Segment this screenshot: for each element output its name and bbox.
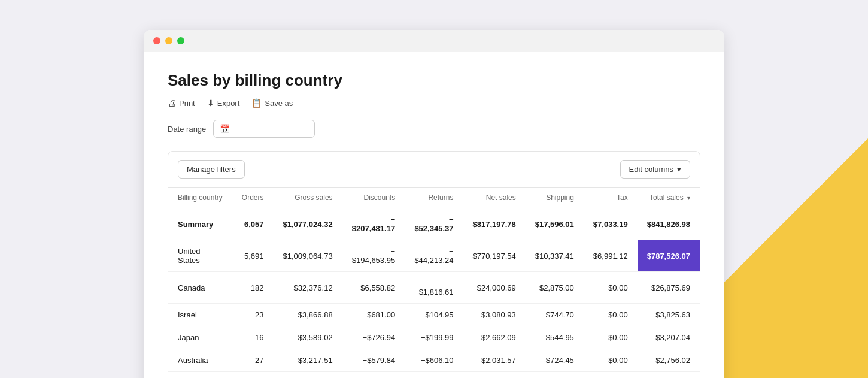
table-container: Manage filters Edit columns ▾ Billing co… xyxy=(168,151,700,378)
cell-total_sales: $3,825.63 xyxy=(638,304,700,326)
export-button[interactable]: ⬇ Export xyxy=(207,98,240,108)
cell-total_sales: $3,207.04 xyxy=(638,326,700,349)
cell-discounts: −$681.00 xyxy=(342,304,405,326)
data-table: Billing country Orders Gross sales Disco… xyxy=(168,188,700,378)
cell-gross_sales: $3,038.62 xyxy=(273,372,342,379)
table-row: Canada182$32,376.12−$6,558.82−$1,816.61$… xyxy=(168,272,700,304)
cell-billing_country: Australia xyxy=(168,349,232,372)
cell-shipping: $10,337.41 xyxy=(526,240,584,272)
table-row: Israel23$3,866.88−$681.00−$104.95$3,080.… xyxy=(168,304,700,326)
col-returns: Returns xyxy=(405,188,463,208)
cell-tax: $7,033.19 xyxy=(584,208,638,240)
cell-orders: 5,691 xyxy=(232,240,274,272)
cell-billing_country: Canada xyxy=(168,272,232,304)
cell-tax: $0.00 xyxy=(584,304,638,326)
cell-returns: −$606.10 xyxy=(405,349,463,372)
table-header-row: Billing country Orders Gross sales Disco… xyxy=(168,188,700,208)
window-titlebar xyxy=(144,30,724,52)
cell-total_sales: $787,526.07 xyxy=(638,240,700,272)
cell-total_sales: $841,826.98 xyxy=(638,208,700,240)
table-row: Brazil14$3,038.62−$493.05−$249.99$2,295.… xyxy=(168,372,700,379)
save-as-icon: 📋 xyxy=(251,98,262,108)
cell-shipping: $744.70 xyxy=(526,304,584,326)
window-content: Sales by billing country 🖨 Print ⬇ Expor… xyxy=(144,52,724,378)
cell-discounts: −$194,653.95 xyxy=(342,240,405,272)
cell-net_sales: $2,295.58 xyxy=(463,372,525,379)
cell-billing_country: United States xyxy=(168,240,232,272)
print-icon: 🖨 xyxy=(168,98,176,108)
sort-icon: ▾ xyxy=(687,195,690,201)
cell-orders: 182 xyxy=(232,272,274,304)
edit-columns-button[interactable]: Edit columns ▾ xyxy=(620,160,690,179)
export-icon: ⬇ xyxy=(207,98,214,108)
cell-orders: 6,057 xyxy=(232,208,274,240)
traffic-light-maximize[interactable] xyxy=(177,37,184,44)
cell-gross_sales: $3,217.51 xyxy=(273,349,342,372)
calendar-icon: 📅 xyxy=(220,124,230,134)
cell-orders: 23 xyxy=(232,304,274,326)
cell-billing_country: Japan xyxy=(168,326,232,349)
cell-gross_sales: $3,589.02 xyxy=(273,326,342,349)
cell-gross_sales: $3,866.88 xyxy=(273,304,342,326)
cell-net_sales: $2,662.09 xyxy=(463,326,525,349)
cell-shipping: $544.95 xyxy=(526,326,584,349)
cell-net_sales: $24,000.69 xyxy=(463,272,525,304)
table-row: Summary6,057$1,077,024.32−$207,481.17−$5… xyxy=(168,208,700,240)
cell-billing_country: Brazil xyxy=(168,372,232,379)
cell-billing_country: Israel xyxy=(168,304,232,326)
table-header-bar: Manage filters Edit columns ▾ xyxy=(168,152,700,188)
cell-tax: $0.00 xyxy=(584,272,638,304)
page-title: Sales by billing country xyxy=(168,71,700,90)
manage-filters-button[interactable]: Manage filters xyxy=(178,160,245,179)
traffic-light-close[interactable] xyxy=(153,37,160,44)
cell-gross_sales: $32,376.12 xyxy=(273,272,342,304)
cell-returns: −$52,345.37 xyxy=(405,208,463,240)
cell-discounts: −$726.94 xyxy=(342,326,405,349)
date-range-label: Date range xyxy=(168,125,206,134)
cell-net_sales: $817,197.78 xyxy=(463,208,525,240)
chevron-down-icon: ▾ xyxy=(677,165,681,174)
cell-returns: −$104.95 xyxy=(405,304,463,326)
main-window: Sales by billing country 🖨 Print ⬇ Expor… xyxy=(144,30,724,378)
col-tax: Tax xyxy=(584,188,638,208)
col-discounts: Discounts xyxy=(342,188,405,208)
col-gross-sales: Gross sales xyxy=(273,188,342,208)
cell-orders: 27 xyxy=(232,349,274,372)
cell-billing_country: Summary xyxy=(168,208,232,240)
cell-tax: $0.00 xyxy=(584,326,638,349)
cell-total_sales: $26,875.69 xyxy=(638,272,700,304)
traffic-light-minimize[interactable] xyxy=(165,37,172,44)
print-button[interactable]: 🖨 Print xyxy=(168,98,195,108)
save-as-button[interactable]: 📋 Save as xyxy=(251,98,293,108)
toolbar: 🖨 Print ⬇ Export 📋 Save as xyxy=(168,98,700,108)
cell-shipping: $2,875.00 xyxy=(526,272,584,304)
cell-tax: $0.00 xyxy=(584,349,638,372)
cell-net_sales: $770,197.54 xyxy=(463,240,525,272)
col-billing-country: Billing country xyxy=(168,188,232,208)
cell-discounts: −$207,481.17 xyxy=(342,208,405,240)
cell-orders: 14 xyxy=(232,372,274,379)
table-row: Japan16$3,589.02−$726.94−$199.99$2,662.0… xyxy=(168,326,700,349)
date-range-row: Date range 📅 xyxy=(168,120,700,138)
cell-shipping: $724.45 xyxy=(526,349,584,372)
cell-total_sales: $2,756.02 xyxy=(638,349,700,372)
cell-discounts: −$493.05 xyxy=(342,372,405,379)
cell-discounts: −$6,558.82 xyxy=(342,272,405,304)
cell-net_sales: $2,031.57 xyxy=(463,349,525,372)
cell-returns: −$199.99 xyxy=(405,326,463,349)
col-orders: Orders xyxy=(232,188,274,208)
col-total-sales[interactable]: Total sales ▾ xyxy=(638,188,700,208)
cell-tax: $6,991.12 xyxy=(584,240,638,272)
cell-shipping: $17,596.01 xyxy=(526,208,584,240)
cell-net_sales: $3,080.93 xyxy=(463,304,525,326)
col-net-sales: Net sales xyxy=(463,188,525,208)
date-range-input[interactable]: 📅 xyxy=(213,120,315,138)
table-row: Australia27$3,217.51−$579.84−$606.10$2,0… xyxy=(168,349,700,372)
col-shipping: Shipping xyxy=(526,188,584,208)
cell-total_sales: $2,360.58 xyxy=(638,372,700,379)
cell-gross_sales: $1,009,064.73 xyxy=(273,240,342,272)
cell-tax: $0.00 xyxy=(584,372,638,379)
cell-returns: −$249.99 xyxy=(405,372,463,379)
cell-gross_sales: $1,077,024.32 xyxy=(273,208,342,240)
table-row: United States5,691$1,009,064.73−$194,653… xyxy=(168,240,700,272)
